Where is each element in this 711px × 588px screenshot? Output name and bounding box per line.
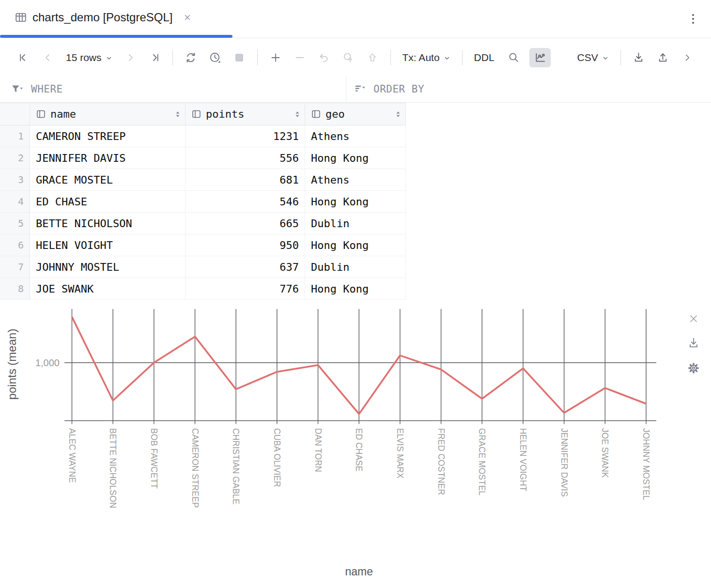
where-filter-field[interactable]: WHERE (0, 76, 346, 102)
svg-text:JOHNNY MOSTEL: JOHNNY MOSTEL (641, 428, 651, 500)
svg-text:JENNIFER DAVIS: JENNIFER DAVIS (559, 428, 569, 497)
cell-name[interactable]: GRACE MOSTEL (30, 169, 185, 191)
cell-geo[interactable]: Hong Kong (305, 191, 406, 213)
delete-row-icon[interactable] (291, 49, 309, 66)
stop-square (235, 54, 243, 62)
edit-group (263, 49, 385, 66)
next-page-icon[interactable] (122, 49, 139, 66)
cell-name[interactable]: BETTE NICHOLSON (30, 213, 185, 234)
sort-icon[interactable] (395, 109, 402, 119)
prev-page-icon[interactable] (39, 49, 57, 66)
cell-geo[interactable]: Hong Kong (305, 147, 406, 169)
first-page-icon[interactable] (15, 49, 32, 66)
order-by-field[interactable]: ORDER BY (346, 76, 424, 102)
add-row-icon[interactable] (267, 49, 284, 66)
result-toolbar: 15 rows (0, 39, 711, 76)
svg-text:DAN TORN: DAN TORN (313, 428, 323, 472)
stop-icon[interactable] (231, 49, 248, 66)
tab-charts-demo[interactable]: charts_demo [PostgreSQL] (0, 0, 203, 35)
separator (172, 50, 173, 65)
chart-close-icon[interactable] (688, 313, 699, 325)
svg-text:ALEC WAYNE: ALEC WAYNE (67, 428, 77, 483)
chevron-down-icon (106, 55, 112, 62)
cell-points[interactable]: 637 (185, 256, 305, 278)
cell-points[interactable]: 776 (185, 278, 305, 300)
cell-name[interactable]: JENNIFER DAVIS (30, 147, 185, 169)
chevron-down-icon (444, 55, 450, 62)
column-label: geo (325, 108, 345, 120)
export-format-label: CSV (577, 52, 598, 63)
cell-points[interactable]: 681 (185, 169, 305, 191)
tab-close-icon[interactable] (183, 13, 192, 22)
row-number: 5 (0, 213, 30, 234)
svg-text:GRACE MOSTEL: GRACE MOSTEL (477, 428, 487, 495)
cell-name[interactable]: JOHNNY MOSTEL (30, 256, 185, 278)
table-row: 1 CAMERON STREEP 1231 Athens (0, 125, 406, 147)
cell-name[interactable]: ED CHASE (30, 191, 185, 213)
table-row: 2 JENNIFER DAVIS 556 Hong Kong (0, 147, 406, 169)
cell-geo[interactable]: Dublin (305, 213, 406, 234)
result-grid: name points geo (0, 103, 406, 300)
cell-points[interactable]: 1231 (185, 125, 305, 147)
undo-icon[interactable] (315, 49, 333, 66)
table-row: 7 JOHNNY MOSTEL 637 Dublin (0, 256, 406, 278)
refresh-icon[interactable] (182, 49, 200, 66)
schedule-refresh-icon[interactable] (206, 49, 224, 66)
column-icon (311, 109, 321, 119)
sort-icon[interactable] (174, 109, 181, 119)
paging-group: 15 rows (12, 49, 167, 66)
table-row: 4 ED CHASE 546 Hong Kong (0, 191, 406, 213)
svg-text:BETTE NICHOLSON: BETTE NICHOLSON (108, 428, 118, 508)
chart-settings-gear-icon[interactable] (687, 361, 700, 375)
where-placeholder: WHERE (31, 83, 63, 95)
y-axis-title: points (mean) (5, 329, 18, 400)
cell-points[interactable]: 950 (185, 234, 305, 256)
page-size-dropdown[interactable]: 15 rows (66, 52, 112, 63)
column-icon (36, 109, 46, 119)
column-header-geo[interactable]: geo (305, 103, 406, 125)
download-icon[interactable] (630, 49, 648, 66)
filter-bar: WHERE ORDER BY (0, 76, 711, 103)
cell-geo[interactable]: Dublin (305, 256, 406, 278)
search-icon[interactable] (505, 49, 523, 66)
submit-icon[interactable] (364, 49, 381, 66)
chart-view-icon[interactable] (529, 48, 551, 67)
cell-geo[interactable]: Hong Kong (305, 278, 406, 300)
line-chart-canvas: 1,000ALEC WAYNEBETTE NICHOLSONBOB FAWCET… (0, 304, 711, 588)
cell-points[interactable]: 546 (185, 191, 305, 213)
column-label: name (50, 108, 76, 120)
svg-text:CHRISTIAN GABLE: CHRISTIAN GABLE (231, 428, 241, 505)
page-size-label: 15 rows (66, 52, 102, 63)
kebab-menu-icon[interactable] (688, 12, 698, 26)
cell-name[interactable]: HELEN VOIGHT (30, 234, 185, 256)
column-header-name[interactable]: name (30, 103, 185, 125)
column-header-points[interactable]: points (185, 103, 305, 125)
svg-text:1,000: 1,000 (35, 357, 60, 368)
column-icon (191, 109, 201, 119)
chart-download-icon[interactable] (687, 337, 700, 349)
row-number-header[interactable] (0, 103, 30, 125)
table-row: 8 JOE SWANK 776 Hong Kong (0, 278, 406, 300)
row-number: 6 (0, 234, 30, 256)
cell-name[interactable]: JOE SWANK (30, 278, 185, 300)
chart-tools (687, 313, 700, 375)
separator (390, 50, 391, 65)
ddl-button[interactable]: DDL (474, 52, 495, 63)
tx-mode-dropdown[interactable]: Tx: Auto (402, 52, 450, 63)
cell-name[interactable]: CAMERON STREEP (30, 125, 185, 147)
row-number: 1 (0, 125, 30, 147)
table-row: 6 HELEN VOIGHT 950 Hong Kong (0, 234, 406, 256)
sort-icon[interactable] (294, 109, 301, 119)
export-format-dropdown[interactable]: CSV (577, 52, 609, 63)
upload-icon[interactable] (654, 49, 672, 66)
cell-points[interactable]: 665 (185, 213, 305, 234)
cell-points[interactable]: 556 (185, 147, 305, 169)
svg-text:JOE SWANK: JOE SWANK (600, 428, 610, 478)
cell-geo[interactable]: Athens (305, 169, 406, 191)
preview-changes-icon[interactable] (340, 49, 357, 66)
more-toolbar-icon[interactable] (679, 49, 696, 66)
svg-text:ELVIS MARX: ELVIS MARX (395, 428, 405, 479)
last-page-icon[interactable] (146, 49, 163, 66)
cell-geo[interactable]: Athens (305, 125, 406, 147)
cell-geo[interactable]: Hong Kong (305, 234, 406, 256)
